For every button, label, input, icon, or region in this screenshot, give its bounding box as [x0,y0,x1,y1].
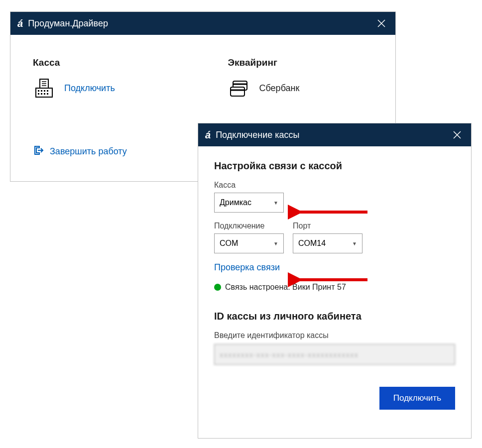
close-icon[interactable] [450,128,464,142]
kassa-heading: Касса [33,57,178,68]
cards-icon [228,77,250,100]
kassa-select[interactable]: Дримкас ▼ [214,193,284,213]
svg-rect-2 [41,90,42,92]
chevron-down-icon: ▼ [273,241,278,246]
id-sublabel: Введите идентификатор кассы [214,331,455,340]
kassa-label: Касса [214,181,455,190]
acquiring-heading: Эквайринг [228,57,373,68]
port-select[interactable]: COM14 ▼ [293,233,362,253]
acquiring-section: Эквайринг Сбербанк [228,57,373,100]
logout-icon[interactable] [33,144,45,158]
svg-rect-8 [47,93,48,95]
kassa-select-value: Дримкас [220,198,251,207]
svg-rect-5 [38,93,39,95]
port-label: Порт [293,222,362,230]
svg-rect-1 [38,90,39,92]
app-logo-icon: á [17,18,23,29]
acquiring-value: Сбербанк [259,83,300,94]
svg-rect-0 [36,88,52,97]
window-title: Подключение кассы [216,130,299,140]
svg-rect-4 [47,90,48,92]
svg-rect-15 [231,87,244,96]
connection-select[interactable]: COM ▼ [214,233,284,253]
check-connection-link[interactable]: Проверка связи [214,262,280,272]
connect-kassa-window: á Подключение кассы Настройка связи с ка… [198,123,472,439]
cash-register-icon [33,77,55,100]
status-text: Связь настроена: Вики Принт 57 [225,283,346,292]
svg-rect-3 [44,90,45,92]
status-indicator-icon [214,284,221,291]
port-select-value: COM14 [298,239,326,248]
titlebar: á Подключение кассы [198,123,471,146]
id-heading: ID кассы из личного кабинета [214,311,455,322]
chevron-down-icon: ▼ [273,200,278,206]
quit-link[interactable]: Завершить работу [50,146,127,157]
connection-label: Подключение [214,222,284,230]
close-icon[interactable] [374,16,388,30]
svg-rect-7 [44,93,45,95]
kassa-id-input[interactable] [214,344,455,365]
connect-button[interactable]: Подключить [379,387,455,410]
svg-rect-6 [41,93,42,95]
chevron-down-icon: ▼ [352,241,357,246]
window-title: Продуман.Драйвер [28,18,108,29]
connection-select-value: COM [220,239,238,248]
titlebar: á Продуман.Драйвер [10,12,395,35]
kassa-section: Касса Подключить [33,57,178,100]
app-logo-icon: á [205,129,211,141]
kassa-connect-link[interactable]: Подключить [64,83,115,94]
setup-heading: Настройка связи с кассой [214,160,455,172]
